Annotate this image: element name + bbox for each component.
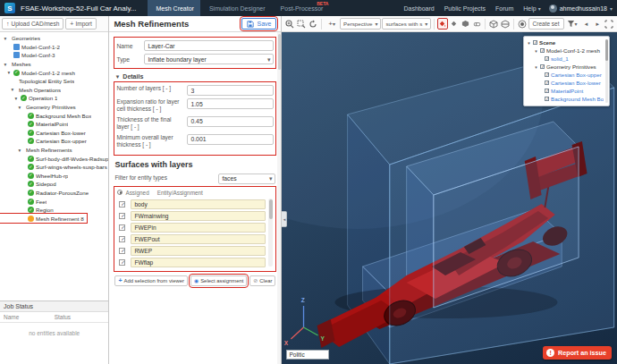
scene-item[interactable]: ▾ Geometry Primitives: [527, 63, 604, 71]
render-mode-select[interactable]: surfaces with s ▾: [382, 18, 431, 30]
assignment-checkbox[interactable]: [119, 201, 125, 207]
scene-item-checkbox[interactable]: [545, 97, 549, 101]
next-view-icon[interactable]: ▸: [592, 18, 603, 30]
panel-collapse-handle[interactable]: ◂: [282, 211, 287, 227]
tree-item[interactable]: ▾ Mesh Operations: [0, 86, 108, 95]
parameter-input[interactable]: [187, 85, 274, 96]
tree-item[interactable]: ▾ Meshes: [0, 60, 108, 69]
tree-item[interactable]: Surf-body-diff-Wvdes-Radsup: [0, 154, 108, 163]
scene-checkbox[interactable]: [533, 40, 537, 45]
type-select[interactable]: Inflate boundary layer ▾: [144, 54, 274, 64]
tree-caret-icon[interactable]: ▾: [17, 148, 22, 153]
tree-item[interactable]: MaterialPoint: [0, 120, 108, 129]
tree-item[interactable]: Cartesian Box-lower: [0, 129, 108, 138]
user-menu[interactable]: ahmedhussain18 ▾: [549, 4, 613, 13]
tree-caret-icon[interactable]: ▾: [17, 105, 22, 110]
entity-filter-select[interactable]: faces ▾: [218, 174, 275, 184]
scene-item[interactable]: Cartesian Box-upper: [527, 71, 604, 79]
parameter-input[interactable]: [187, 116, 274, 127]
report-issue-button[interactable]: ! Report an issue: [543, 346, 612, 360]
scene-item[interactable]: MaterialPoint: [527, 87, 604, 95]
tree-item[interactable]: Topological Entity Sets: [0, 77, 108, 86]
tree-caret-icon[interactable]: ▾: [10, 87, 15, 92]
tree-item[interactable]: ▾ Model-Conf-1-2 mesh: [0, 68, 108, 77]
tree-item[interactable]: ▾ Geometries: [0, 34, 108, 43]
scene-item[interactable]: ▾ Model-Conf-1-2 mesh: [527, 47, 604, 55]
assignment-entity-name[interactable]: FWEPout: [131, 234, 266, 244]
tree-item[interactable]: Region: [0, 206, 108, 215]
workbench-tab[interactable]: Mesh Creator: [148, 0, 200, 16]
zoom-window-icon[interactable]: [296, 18, 307, 30]
import-button[interactable]: + Import: [65, 18, 97, 30]
zoom-in-icon[interactable]: [284, 18, 295, 30]
add-primitive-button[interactable]: + ▾: [325, 18, 339, 30]
tree-item[interactable]: ▾ Operation 1: [0, 94, 108, 103]
scene-item-checkbox[interactable]: [540, 48, 545, 53]
tree-item[interactable]: Sidepod: [0, 180, 108, 189]
tree-item[interactable]: Background Mesh Box: [0, 111, 108, 120]
scene-item[interactable]: Cartesian Box-lower: [527, 79, 604, 87]
select-assignment-button[interactable]: ◉ Select assignment: [190, 275, 247, 286]
isolate-icon[interactable]: [517, 18, 528, 30]
tree-item[interactable]: Surf-wings-wheels-susp-bars: [0, 163, 108, 172]
tree-caret-icon[interactable]: ▾: [534, 48, 538, 54]
tree-caret-icon[interactable]: ▾: [3, 36, 8, 41]
details-section-header[interactable]: ▼ Details: [114, 73, 275, 80]
table-scrollbar-thumb[interactable]: [269, 199, 273, 219]
scene-root-row[interactable]: ▾ Scene: [527, 38, 604, 47]
tree-item[interactable]: ▾ Mesh Refinements: [0, 146, 108, 155]
scene-item-checkbox[interactable]: [545, 56, 549, 61]
assignment-checkbox[interactable]: [119, 259, 125, 266]
tree-item[interactable]: ▾ Geometry Primitives: [0, 103, 108, 112]
tree-item[interactable]: Mesh Refinement 8: [0, 214, 87, 223]
projection-select[interactable]: Perspective ▾: [340, 18, 381, 30]
top-link[interactable]: Help ▾: [523, 5, 540, 12]
scene-item-checkbox[interactable]: [545, 89, 549, 93]
tree-caret-icon[interactable]: ▾: [534, 64, 538, 70]
clear-button[interactable]: ⊘ Clear: [249, 275, 275, 286]
clip-plane-icon[interactable]: [500, 18, 511, 30]
assignment-checkbox[interactable]: [119, 236, 125, 242]
scene-item[interactable]: solid_1: [527, 55, 604, 63]
tree-item[interactable]: Cartesian Box-upper: [0, 137, 108, 146]
assignment-entity-name[interactable]: FWEPin: [131, 223, 266, 233]
top-link[interactable]: Public Projects: [444, 5, 487, 12]
assignment-entity-name[interactable]: FWmainwing: [131, 211, 266, 221]
paint-surface-icon[interactable]: [449, 18, 460, 30]
tree-caret-icon[interactable]: ▾: [6, 70, 12, 75]
workbench-tab[interactable]: Simulation Designer: [200, 0, 272, 16]
assignment-checkbox[interactable]: [119, 224, 125, 231]
parameter-input[interactable]: [187, 134, 274, 145]
save-button[interactable]: Save: [241, 18, 276, 30]
workbench-tab[interactable]: Post-Processor BETA: [272, 0, 330, 16]
scene-item-checkbox[interactable]: [545, 72, 549, 77]
tree-item[interactable]: Model-Conf-1-2: [0, 43, 108, 52]
scene-item[interactable]: Background Mesh Box: [527, 95, 604, 103]
tree-caret-icon[interactable]: ▾: [3, 62, 8, 67]
previous-view-icon[interactable]: ◂: [581, 18, 592, 30]
name-input[interactable]: [144, 40, 274, 51]
tree-item[interactable]: WheelHub-rp: [0, 172, 108, 181]
assignment-checkbox[interactable]: [119, 248, 125, 254]
scene-item-checkbox[interactable]: [545, 80, 549, 85]
app-logo[interactable]: S: [4, 3, 15, 13]
fullscreen-icon[interactable]: [604, 18, 614, 30]
assigned-header-radio[interactable]: [117, 190, 123, 195]
upload-cad-button[interactable]: ↑ Upload CAD/mesh: [2, 18, 63, 30]
assignment-entity-name[interactable]: RWEP: [131, 246, 266, 256]
eraser-icon[interactable]: [471, 18, 482, 30]
viewer-text-field[interactable]: [286, 350, 329, 360]
top-link[interactable]: Dashboard: [403, 5, 435, 12]
scene-item-checkbox[interactable]: [540, 64, 545, 69]
paint-volume-icon[interactable]: [461, 18, 471, 30]
cube-view-icon[interactable]: [488, 18, 499, 30]
parameter-input[interactable]: [187, 98, 274, 109]
assignment-checkbox[interactable]: [119, 213, 125, 219]
filter-select[interactable]: ▾: [565, 18, 579, 30]
top-link[interactable]: Forum: [495, 5, 515, 12]
table-scrollbar[interactable]: [268, 199, 273, 267]
tree-item[interactable]: Radiator-PorousZone: [0, 189, 108, 198]
highlight-faces-icon[interactable]: [437, 18, 448, 30]
add-selection-button[interactable]: + Add selection from viewer: [114, 275, 188, 286]
reset-view-icon[interactable]: [308, 18, 318, 30]
